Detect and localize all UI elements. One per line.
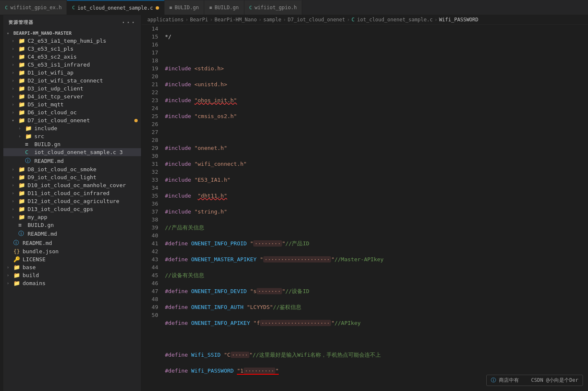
sidebar-item-d4[interactable]: › 📁 D4_iot_tcp_server bbox=[3, 93, 141, 100]
item-label: D8_iot_cloud_oc_smoke bbox=[28, 166, 141, 172]
item-label: D1_iot_wifi_ap bbox=[28, 69, 141, 76]
sidebar-item-readme-top[interactable]: ⓘ README.md bbox=[3, 238, 141, 247]
sidebar-item-d2[interactable]: › 📁 D2_iot_wifi_sta_connect bbox=[3, 77, 141, 85]
tab-iot-cloud-onenet-sample[interactable]: C iot_cloud_onenet_sample.c bbox=[67, 0, 164, 15]
tab-label: wifiiot_gpio_ex.h bbox=[10, 5, 62, 10]
folder-arrow: › bbox=[18, 134, 25, 139]
folder-arrow: › bbox=[12, 86, 18, 91]
sidebar-item-d7[interactable]: ▾ 📁 D7_iot_cloud_onenet bbox=[3, 116, 141, 124]
tab-label: wifiiot_gpio.h bbox=[254, 5, 297, 10]
sidebar-item-d11[interactable]: › 📁 D11_iot_cloud_oc_infrared bbox=[3, 189, 141, 197]
sidebar-item-build-gn[interactable]: ≡ BUILD.gn bbox=[3, 140, 141, 148]
item-label: D13_iot_cloud_oc_gps bbox=[28, 206, 141, 212]
tree-root[interactable]: ▾ BEARPI-HM_NANO-MASTER bbox=[3, 30, 141, 37]
folder-arrow: › bbox=[7, 265, 13, 270]
item-label: bundle.json bbox=[23, 248, 141, 255]
sidebar-item-c2[interactable]: › 📁 C2_e53_ia1_temp_humi_pls bbox=[3, 37, 141, 45]
item-label: iot_cloud_onenet_sample.c 3 bbox=[34, 149, 141, 155]
folder-arrow: › bbox=[12, 183, 18, 188]
folder-arrow: › bbox=[12, 175, 18, 180]
item-label: C3_e53_sc1_pls bbox=[28, 46, 141, 52]
sidebar-item-c4[interactable]: › 📁 C4_e53_sc2_axis bbox=[3, 53, 141, 61]
sidebar-item-c3[interactable]: › 📁 C3_e53_sc1_pls bbox=[3, 45, 141, 53]
breadcrumb-sample[interactable]: sample bbox=[263, 17, 281, 23]
sidebar-item-d9[interactable]: › 📁 D9_iot_cloud_oc_light bbox=[3, 173, 141, 181]
folder-arrow: ▾ bbox=[12, 118, 18, 123]
editor-content[interactable]: 1415161718 1920212223 2425262728 2930313… bbox=[141, 25, 588, 391]
folder-icon: 📁 bbox=[13, 264, 21, 270]
folder-arrow: › bbox=[12, 62, 18, 67]
breadcrumb-applications[interactable]: applications bbox=[147, 17, 184, 23]
item-label: README.md bbox=[34, 158, 141, 164]
sidebar-item-d5[interactable]: › 📁 D5_iot_mqtt bbox=[3, 100, 141, 108]
sidebar-item-domains[interactable]: › 📁 domains bbox=[3, 279, 141, 287]
item-label: my_app bbox=[28, 214, 141, 220]
info-icon: ⓘ bbox=[18, 230, 26, 237]
code-line-17: #include <unistd.h> bbox=[165, 80, 585, 88]
sidebar-menu-button[interactable]: ··· bbox=[121, 18, 136, 26]
folder-arrow: › bbox=[12, 102, 18, 107]
root-label: BEARPI-HM_NANO-MASTER bbox=[13, 31, 72, 36]
item-label: D11_iot_cloud_oc_infrared bbox=[28, 190, 141, 196]
folder-arrow: › bbox=[12, 78, 18, 83]
code-line-14: */ bbox=[165, 33, 585, 41]
build-file-icon: ≡ bbox=[169, 5, 172, 10]
code-content[interactable]: */ #include <stdio.h> #include <unistd.h… bbox=[162, 25, 588, 391]
sidebar-item-d6[interactable]: › 📁 D6_iot_cloud_oc bbox=[3, 108, 141, 116]
info-icon: ⓘ bbox=[13, 239, 21, 247]
folder-arrow: › bbox=[12, 70, 18, 75]
item-label: C2_e53_ia1_temp_humi_pls bbox=[28, 38, 141, 44]
breadcrumb-file[interactable]: iot_cloud_onenet_sample.c bbox=[357, 17, 433, 23]
breadcrumb-d7[interactable]: D7_iot_cloud_onenet bbox=[288, 17, 345, 23]
sidebar-item-d8[interactable]: › 📁 D8_iot_cloud_oc_smoke bbox=[3, 165, 141, 173]
code-line-32: #define ONENET_INFO_APIKEY "f···········… bbox=[165, 319, 585, 327]
breadcrumb-c-icon: C bbox=[352, 17, 354, 23]
code-line-19: #include "cmsis_os2.h" bbox=[165, 112, 585, 120]
tab-wifiiot-gpio[interactable]: C wifiiot_gpio.h bbox=[244, 0, 303, 15]
license-icon: 🔑 bbox=[13, 256, 21, 262]
sidebar-item-iot-cloud-onenet-sample[interactable]: C iot_cloud_onenet_sample.c 3 bbox=[3, 148, 141, 156]
sidebar-item-build-top[interactable]: › 📁 build bbox=[3, 271, 141, 279]
sidebar-item-readme-d7[interactable]: ⓘ README.md bbox=[3, 156, 141, 165]
tab-build2[interactable]: ≡ BUILD.gn bbox=[204, 0, 244, 15]
folder-arrow: › bbox=[7, 281, 13, 286]
sidebar-item-d1[interactable]: › 📁 D1_iot_wifi_ap bbox=[3, 69, 141, 77]
c-file-icon: C bbox=[249, 5, 252, 10]
sidebar-item-myapp[interactable]: › 📁 my_app bbox=[3, 213, 141, 221]
sidebar-item-d10[interactable]: › 📁 D10_iot_cloud_oc_manhole_cover bbox=[3, 181, 141, 189]
sidebar-item-license[interactable]: 🔑 LICENSE bbox=[3, 255, 141, 263]
sidebar-item-base[interactable]: › 📁 base bbox=[3, 263, 141, 271]
item-label: README.md bbox=[23, 240, 141, 246]
sidebar-item-build-root[interactable]: ≡ BUILD.gn bbox=[3, 221, 141, 229]
tab-build1[interactable]: ≡ BULID.gn bbox=[164, 0, 204, 15]
folder-icon: 📁 bbox=[18, 166, 26, 172]
sidebar-item-bundle[interactable]: {} bundle.json bbox=[3, 247, 141, 255]
tab-wifiiot-gpio-ex[interactable]: C wifiiot_gpio_ex.h bbox=[0, 0, 67, 15]
folder-icon: 📁 bbox=[18, 206, 26, 212]
item-label: D4_iot_tcp_server bbox=[28, 93, 141, 100]
sidebar: 资源管理器 ··· ▾ BEARPI-HM_NANO-MASTER › 📁 C2… bbox=[3, 15, 141, 391]
breadcrumb-symbol[interactable]: Wifi_PASSWORD bbox=[439, 17, 478, 23]
item-label: LICENSE bbox=[23, 256, 141, 262]
json-icon: {} bbox=[13, 248, 21, 255]
sidebar-item-c5[interactable]: › 📁 C5_e53_is1_infrared bbox=[3, 61, 141, 69]
sidebar-item-readme-root[interactable]: ⓘ README.md bbox=[3, 229, 141, 238]
sidebar-item-d12[interactable]: › 📁 D12_iot_cloud_oc_agriculture bbox=[3, 197, 141, 205]
line-numbers: 1415161718 1920212223 2425262728 2930313… bbox=[141, 25, 162, 391]
item-label: include bbox=[34, 125, 141, 131]
sidebar-item-d13[interactable]: › 📁 D13_iot_cloud_oc_gps bbox=[3, 205, 141, 213]
sidebar-content[interactable]: ▾ BEARPI-HM_NANO-MASTER › 📁 C2_e53_ia1_t… bbox=[3, 30, 141, 391]
c-file-icon: C bbox=[72, 5, 75, 10]
breadcrumb-bearpi[interactable]: BearPi bbox=[190, 17, 208, 23]
editor: applications › BearPi › BearPi-HM_Nano ›… bbox=[141, 15, 588, 391]
item-label: src bbox=[34, 133, 141, 139]
folder-icon: 📁 bbox=[18, 93, 26, 100]
code-line-21: #include "onenet.h" bbox=[165, 144, 585, 152]
sidebar-item-include[interactable]: › 📁 include bbox=[3, 124, 141, 132]
sidebar-item-d3[interactable]: › 📁 D3_iot_udp_client bbox=[3, 85, 141, 93]
item-label: D3_iot_udp_client bbox=[28, 85, 141, 92]
code-line-31: #define ONENET_INFO_AUTH "LCYYDS"//鉴权信息 bbox=[165, 303, 585, 311]
sidebar-item-src[interactable]: › 📁 src bbox=[3, 132, 141, 140]
breadcrumb-bearpi-hm-nano[interactable]: BearPi-HM_Nano bbox=[215, 17, 257, 23]
item-label: D6_iot_cloud_oc bbox=[28, 109, 141, 116]
